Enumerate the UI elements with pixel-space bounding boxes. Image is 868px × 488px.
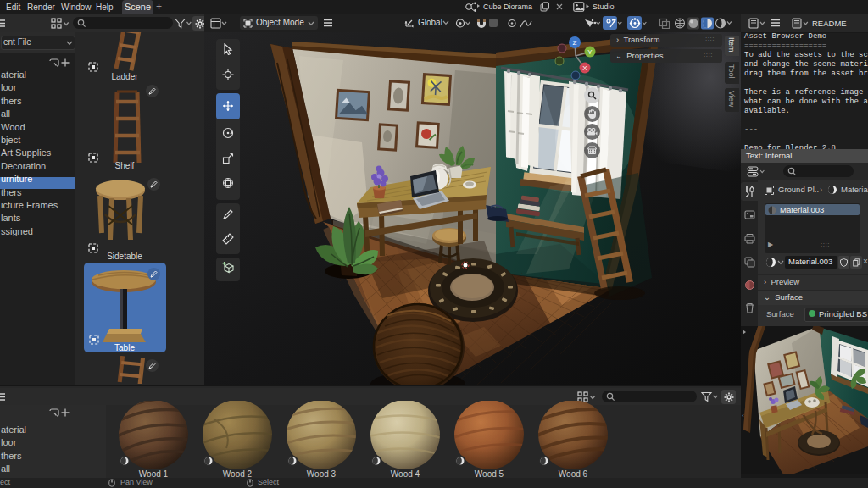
svg-text:Y: Y (587, 48, 593, 56)
svg-text:X: X (582, 64, 587, 72)
svg-text:‹: ‹ (742, 412, 744, 419)
svg-text:Z: Z (573, 39, 577, 47)
